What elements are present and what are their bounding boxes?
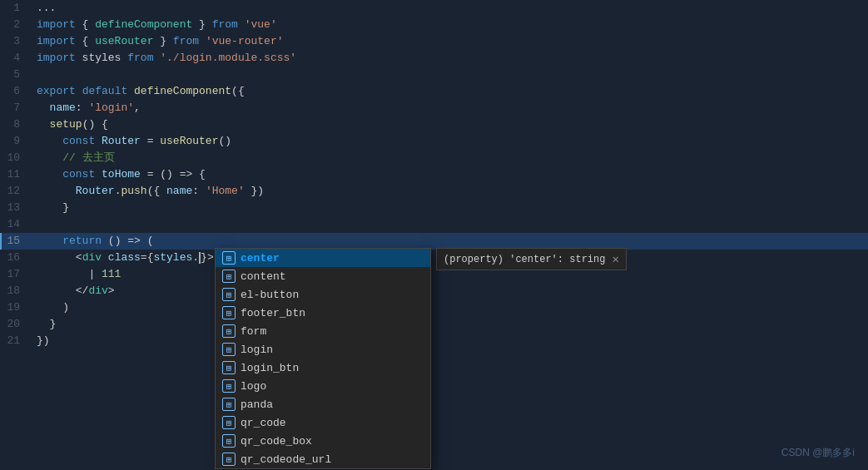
autocomplete-property-icon-4: ⊞: [222, 306, 236, 319]
line-content-2: import { defineComponent } from 'vue': [33, 17, 868, 33]
line-num-7: 7: [0, 100, 33, 116]
autocomplete-label-el-button: el-button: [241, 289, 424, 301]
editor-container: 1 ... 2 import { defineComponent } from …: [0, 0, 868, 470]
code-line-10: 10 // 去主页: [0, 150, 868, 166]
line-num-16: 16: [0, 250, 33, 266]
autocomplete-property-icon-10: ⊞: [222, 416, 236, 429]
autocomplete-property-icon: ⊞: [222, 251, 236, 265]
code-line-21: 21 }): [0, 333, 868, 349]
line-content-11: const toHome = () => {: [33, 166, 868, 183]
autocomplete-item-logo[interactable]: ⊞ logo: [216, 377, 430, 395]
code-line-12: 12 Router.push({ name: 'Home' }): [0, 183, 868, 200]
line-num-18: 18: [0, 283, 33, 299]
code-line-11: 11 const toHome = () => {: [0, 166, 868, 183]
code-line-6: 6 export default defineComponent({: [0, 83, 868, 100]
line-num-17: 17: [0, 266, 33, 283]
autocomplete-item-el-button[interactable]: ⊞ el-button: [216, 285, 430, 304]
autocomplete-item-center[interactable]: ⊞ center: [216, 249, 430, 267]
autocomplete-property-icon-3: ⊞: [222, 288, 236, 301]
line-num-2: 2: [0, 17, 33, 33]
autocomplete-item-footer-btn[interactable]: ⊞ footer_btn: [216, 304, 430, 322]
line-content-18: </div>: [33, 283, 868, 299]
code-line-1: 1 ...: [0, 0, 868, 17]
watermark-text: CSDN @鹏多多i: [781, 447, 855, 458]
line-num-13: 13: [0, 200, 33, 216]
line-content-15: return () => (: [33, 233, 868, 250]
line-num-1: 1: [0, 0, 33, 17]
line-num-19: 19: [0, 299, 33, 316]
line-num-21: 21: [0, 333, 33, 349]
line-num-12: 12: [0, 183, 33, 200]
autocomplete-label-login: login: [241, 344, 424, 356]
watermark: CSDN @鹏多多i: [781, 446, 855, 460]
code-line-15: 15 return () => (: [0, 233, 868, 250]
autocomplete-item-login-btn[interactable]: ⊞ login_btn: [216, 359, 430, 377]
line-content-12: Router.push({ name: 'Home' }): [33, 183, 868, 200]
code-line-16: 16 <div class={styles.}>: [0, 250, 868, 266]
code-line-18: 18 </div>: [0, 283, 868, 299]
line-content-4: import styles from './login.module.scss': [33, 50, 868, 67]
autocomplete-property-icon-5: ⊞: [222, 324, 236, 338]
code-area: 1 ... 2 import { defineComponent } from …: [0, 0, 868, 470]
line-num-14: 14: [0, 216, 33, 233]
code-line-3: 3 import { useRouter } from 'vue-router': [0, 33, 868, 50]
code-line-14: 14: [0, 216, 868, 233]
line-num-4: 4: [0, 50, 33, 67]
autocomplete-property-icon-11: ⊞: [222, 434, 236, 448]
line-num-5: 5: [0, 67, 33, 83]
line-num-15: 15: [0, 233, 33, 250]
code-line-9: 9 const Router = useRouter(): [0, 133, 868, 150]
line-num-10: 10: [0, 150, 33, 166]
line-content-10: // 去主页: [33, 150, 868, 166]
autocomplete-label-form: form: [241, 325, 424, 338]
autocomplete-property-icon-7: ⊞: [222, 361, 236, 374]
autocomplete-label-qr-codeode-url: qr_codeode_url: [241, 453, 424, 466]
autocomplete-property-icon-8: ⊞: [222, 379, 236, 393]
code-line-17: 17 | 111: [0, 266, 868, 283]
autocomplete-dropdown[interactable]: ⊞ center ⊞ content ⊞ el-button ⊞ footer_…: [215, 248, 431, 469]
autocomplete-label-logo: logo: [241, 380, 424, 393]
line-num-6: 6: [0, 83, 33, 100]
line-content-3: import { useRouter } from 'vue-router': [33, 33, 868, 50]
tooltip-text: (property) 'center': string: [444, 254, 605, 265]
autocomplete-property-icon-6: ⊞: [222, 343, 236, 356]
line-num-20: 20: [0, 316, 33, 333]
autocomplete-item-qr-code[interactable]: ⊞ qr_code: [216, 413, 430, 432]
autocomplete-item-content[interactable]: ⊞ content: [216, 267, 430, 285]
line-num-11: 11: [0, 166, 33, 183]
line-content-20: }: [33, 316, 868, 333]
autocomplete-item-qr-codeode-url[interactable]: ⊞ qr_codeode_url: [216, 450, 430, 468]
line-content-21: }): [33, 333, 868, 349]
line-content-19: ): [33, 299, 868, 316]
autocomplete-property-icon-2: ⊞: [222, 270, 236, 283]
autocomplete-property-icon-9: ⊞: [222, 398, 236, 411]
code-line-5: 5: [0, 67, 868, 83]
line-content-13: }: [33, 200, 868, 216]
autocomplete-label-content: content: [241, 270, 424, 283]
autocomplete-item-qr-code-box[interactable]: ⊞ qr_code_box: [216, 432, 430, 450]
autocomplete-item-form[interactable]: ⊞ form: [216, 322, 430, 340]
line-content-1: ...: [33, 0, 868, 17]
code-line-20: 20 }: [0, 316, 868, 333]
autocomplete-label-login-btn: login_btn: [241, 362, 424, 374]
code-line-4: 4 import styles from './login.module.scs…: [0, 50, 868, 67]
line-content-7: name: 'login',: [33, 100, 868, 116]
line-content-6: export default defineComponent({: [33, 83, 868, 100]
line-content-8: setup() {: [33, 116, 868, 133]
code-line-19: 19 ): [0, 299, 868, 316]
code-line-2: 2 import { defineComponent } from 'vue': [0, 17, 868, 33]
code-line-13: 13 }: [0, 200, 868, 216]
autocomplete-property-icon-12: ⊞: [222, 453, 236, 466]
autocomplete-label-footer-btn: footer_btn: [241, 307, 424, 319]
autocomplete-item-login[interactable]: ⊞ login: [216, 340, 430, 359]
autocomplete-tooltip: (property) 'center': string ✕: [436, 248, 627, 270]
autocomplete-item-panda[interactable]: ⊞ panda: [216, 395, 430, 413]
tooltip-close-button[interactable]: ✕: [612, 252, 618, 266]
autocomplete-label-center: center: [241, 252, 424, 265]
line-content-9: const Router = useRouter(): [33, 133, 868, 150]
autocomplete-label-panda: panda: [241, 398, 424, 411]
autocomplete-label-qr-code: qr_code: [241, 417, 424, 429]
line-num-8: 8: [0, 116, 33, 133]
code-line-7: 7 name: 'login',: [0, 100, 868, 116]
line-num-9: 9: [0, 133, 33, 150]
